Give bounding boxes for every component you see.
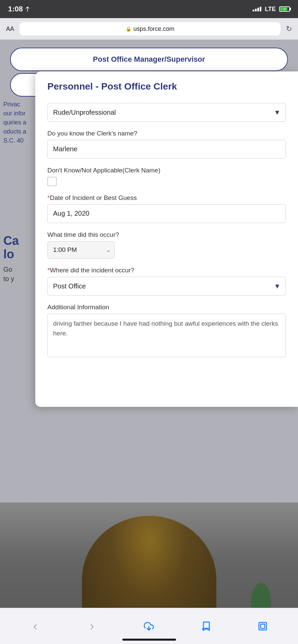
- date-label-text: Date of Incident or Best Guess: [50, 194, 137, 201]
- time-select[interactable]: 1:00 PM 2:00 PM 12:00 PM: [47, 241, 115, 259]
- location-icon: [25, 6, 30, 12]
- url-bar[interactable]: 🔒 usps.force.com: [19, 22, 281, 36]
- where-group: *Where did the incident occur? Post Offi…: [47, 267, 286, 296]
- modal-overlay: Personnel - Post Office Clerk Rude/Unpro…: [0, 40, 298, 643]
- where-select-wrapper[interactable]: Post Office Online Phone ▼: [47, 277, 286, 296]
- modal-panel: Personnel - Post Office Clerk Rude/Unpro…: [35, 71, 298, 407]
- signal-bars: [253, 7, 261, 11]
- status-time: 1:08: [8, 5, 30, 13]
- signal-bar-1: [253, 10, 254, 11]
- signal-bar-4: [260, 7, 261, 11]
- tabs-icon: [258, 621, 268, 631]
- signal-bar-2: [255, 9, 257, 11]
- lte-label: LTE: [265, 6, 276, 13]
- additional-info-group: Additional Information driving farther b…: [47, 304, 286, 359]
- back-button[interactable]: ‹: [25, 618, 45, 635]
- additional-info-textarea[interactable]: driving farther because I have had nothi…: [47, 314, 286, 357]
- behavior-select-wrapper[interactable]: Rude/Unprofessional Slow Service Other ▼: [47, 103, 286, 122]
- behavior-dropdown-group: Rude/Unprofessional Slow Service Other ▼: [47, 103, 286, 122]
- aa-text[interactable]: AA: [6, 25, 14, 33]
- signal-bar-3: [257, 8, 259, 11]
- bookmarks-button[interactable]: [196, 618, 216, 635]
- refresh-button[interactable]: ↻: [286, 24, 292, 33]
- dont-know-group: Don't Know/Not Applicable(Clerk Name): [47, 167, 286, 186]
- clerk-name-group: Do you know the Clerk's name?: [47, 130, 286, 159]
- date-label: *Date of Incident or Best Guess: [47, 194, 286, 202]
- time-label: What time did this occur?: [47, 231, 286, 238]
- behavior-select[interactable]: Rude/Unprofessional Slow Service Other: [47, 103, 286, 122]
- time-select-wrapper[interactable]: 1:00 PM 2:00 PM 12:00 PM ⌄: [47, 241, 115, 259]
- where-label: *Where did the incident occur?: [47, 267, 286, 274]
- battery-bolt: ⚡: [283, 7, 287, 11]
- clerk-name-input[interactable]: [47, 140, 286, 159]
- modal-title: Personnel - Post Office Clerk: [47, 81, 286, 92]
- clerk-name-label: Do you know the Clerk's name?: [47, 130, 286, 137]
- date-group: *Date of Incident or Best Guess: [47, 194, 286, 223]
- bookmarks-icon: [201, 621, 211, 631]
- time-display: 1:08: [8, 5, 23, 13]
- status-bar: 1:08 LTE ⚡: [0, 0, 298, 18]
- dont-know-checkbox[interactable]: [47, 177, 57, 186]
- battery-fill: ⚡: [280, 7, 287, 11]
- share-button[interactable]: [139, 618, 159, 635]
- battery-icon: ⚡: [279, 6, 290, 12]
- dont-know-label: Don't Know/Not Applicable(Clerk Name): [47, 167, 286, 174]
- browser-address-bar[interactable]: AA 🔒 usps.force.com ↻: [0, 18, 298, 40]
- date-input[interactable]: [47, 204, 286, 223]
- additional-info-label: Additional Information: [47, 304, 286, 311]
- page-background: Post Office Manager/Supervisor Privac ou…: [0, 40, 298, 643]
- share-icon: [144, 621, 154, 631]
- home-indicator: [122, 639, 176, 641]
- where-label-text: Where did the incident occur?: [50, 267, 134, 274]
- svg-rect-2: [261, 624, 265, 628]
- forward-button[interactable]: ›: [82, 618, 102, 635]
- url-text: usps.force.com: [133, 25, 174, 33]
- svg-rect-1: [259, 622, 267, 630]
- status-right: LTE ⚡: [253, 6, 290, 13]
- dont-know-checkbox-wrapper: [47, 177, 286, 186]
- time-group: What time did this occur? 1:00 PM 2:00 P…: [47, 231, 286, 259]
- where-select[interactable]: Post Office Online Phone: [47, 277, 286, 296]
- tabs-button[interactable]: [253, 618, 273, 635]
- lock-icon: 🔒: [126, 26, 131, 32]
